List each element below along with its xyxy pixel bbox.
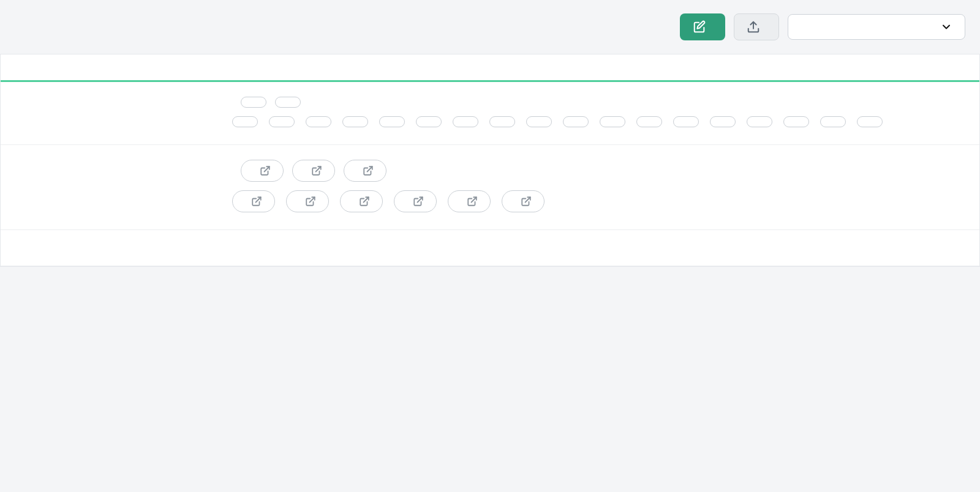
semantic-word-pill[interactable] xyxy=(857,116,883,127)
external-link-icon xyxy=(363,165,374,176)
readability-content xyxy=(232,245,968,248)
external-link-icon xyxy=(260,165,271,176)
backlink-domain-pill[interactable] xyxy=(344,160,386,182)
backlink-domain-pill[interactable] xyxy=(340,190,383,212)
semantic-word-pill[interactable] xyxy=(673,116,699,127)
semantic-word-pill[interactable] xyxy=(489,116,515,127)
external-link-icon xyxy=(251,196,262,207)
svg-line-5 xyxy=(310,197,315,202)
semantic-word-pill[interactable] xyxy=(636,116,662,127)
semantic-word-pill[interactable] xyxy=(269,116,295,127)
semantic-word-pill[interactable] xyxy=(526,116,552,127)
svg-line-3 xyxy=(368,166,372,171)
semantic-word-pill[interactable] xyxy=(747,116,772,127)
readability-label xyxy=(12,245,220,248)
backlink-domain-pill[interactable] xyxy=(394,190,437,212)
backlink-domain-pill[interactable] xyxy=(502,190,545,212)
export-doc-button[interactable] xyxy=(734,13,779,40)
external-link-icon xyxy=(413,196,424,207)
backlink-domain-pill[interactable] xyxy=(241,160,284,182)
svg-line-4 xyxy=(256,197,261,202)
semantic-word-pill[interactable] xyxy=(563,116,589,127)
backlink-domain-pill[interactable] xyxy=(232,190,275,212)
backlinks-content xyxy=(232,160,968,212)
semantic-word-pill[interactable] xyxy=(379,116,405,127)
semantic-word-pill[interactable] xyxy=(600,116,625,127)
section-semantic-words xyxy=(1,82,979,145)
semantic-words-label xyxy=(12,97,220,127)
semantic-words-content xyxy=(232,97,968,127)
semantic-word-pill[interactable] xyxy=(416,116,442,127)
svg-line-6 xyxy=(364,197,369,202)
backlink-domain-pill[interactable] xyxy=(286,190,329,212)
recommendations-card xyxy=(0,54,980,267)
order-content-button[interactable] xyxy=(680,13,725,40)
edit-icon xyxy=(693,20,706,34)
semantic-word-pill[interactable] xyxy=(453,116,478,127)
section-backlinks xyxy=(1,145,979,230)
section-readability xyxy=(1,230,979,266)
backlink-domain-pill[interactable] xyxy=(292,160,335,182)
semantic-word-pill[interactable] xyxy=(342,116,368,127)
semantic-word-pill[interactable] xyxy=(232,116,258,127)
external-link-icon xyxy=(467,196,478,207)
svg-line-8 xyxy=(472,197,477,202)
external-link-icon xyxy=(311,165,322,176)
semantic-word-pill[interactable] xyxy=(820,116,846,127)
svg-line-1 xyxy=(265,166,270,171)
external-link-icon xyxy=(521,196,532,207)
card-header xyxy=(1,54,979,82)
backlink-domain-pill[interactable] xyxy=(448,190,491,212)
region-select[interactable] xyxy=(788,14,965,40)
semantic-word-pill[interactable] xyxy=(710,116,736,127)
semantic-word-pill[interactable] xyxy=(241,97,266,108)
external-link-icon xyxy=(359,196,370,207)
semantic-word-pill[interactable] xyxy=(306,116,331,127)
external-link-icon xyxy=(305,196,316,207)
svg-line-9 xyxy=(526,197,530,202)
semantic-word-pill[interactable] xyxy=(783,116,809,127)
backlinks-label xyxy=(12,160,220,212)
chevron-down-icon xyxy=(940,21,952,33)
svg-line-2 xyxy=(316,166,321,171)
semantic-word-pill[interactable] xyxy=(275,97,301,108)
header-actions xyxy=(680,13,980,40)
upload-icon xyxy=(747,20,760,34)
svg-line-7 xyxy=(418,197,423,202)
